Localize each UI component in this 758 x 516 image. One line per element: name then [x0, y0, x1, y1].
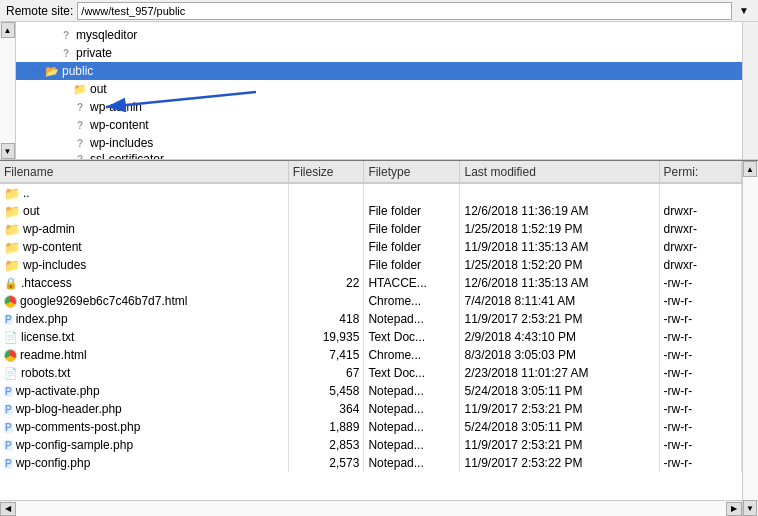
- file-size-cell: 67: [288, 364, 364, 382]
- file-size-cell: 364: [288, 400, 364, 418]
- file-name-label: wp-config-sample.php: [16, 438, 133, 452]
- tree-expander-wp-content[interactable]: [58, 118, 72, 132]
- file-type-cell: Notepad...: [364, 382, 460, 400]
- folder-question-icon: ?: [72, 152, 88, 159]
- file-scroll-down-btn[interactable]: ▼: [743, 500, 757, 516]
- tree-right-scrollbar[interactable]: [742, 22, 758, 159]
- file-table-header: Filename Filesize Filetype Last modified…: [0, 161, 742, 184]
- tree-vscrollbar[interactable]: ▲ ▼: [0, 22, 16, 159]
- file-modified-cell: 12/6/2018 11:35:13 AM: [460, 274, 659, 292]
- table-row[interactable]: readme.html7,415Chrome...8/3/2018 3:05:0…: [0, 346, 742, 364]
- file-perms-cell: -rw-r-: [659, 274, 741, 292]
- file-name-label: wp-blog-header.php: [16, 402, 122, 416]
- tree-scroll-down[interactable]: ▼: [1, 143, 15, 159]
- tree-expander-private[interactable]: [44, 46, 58, 60]
- file-size-cell: 5,458: [288, 382, 364, 400]
- file-table-body: 📁..📁outFile folder12/6/2018 11:36:19 AMd…: [0, 184, 742, 472]
- tree-item-private[interactable]: ? private: [16, 44, 742, 62]
- file-name-label: wp-activate.php: [16, 384, 100, 398]
- file-scroll-container[interactable]: 📁..📁outFile folder12/6/2018 11:36:19 AMd…: [0, 184, 742, 500]
- table-row[interactable]: Pwp-activate.php5,458Notepad...5/24/2018…: [0, 382, 742, 400]
- file-size-cell: 418: [288, 310, 364, 328]
- hscroll-right-btn[interactable]: ▶: [726, 502, 742, 516]
- hscroll-track[interactable]: [16, 501, 726, 516]
- col-header-lastmod[interactable]: Last modified: [460, 161, 659, 183]
- tree-item-public[interactable]: − 📂 public: [16, 62, 742, 80]
- tree-expander-wp-includes[interactable]: [58, 136, 72, 150]
- hscroll-left-btn[interactable]: ◀: [0, 502, 16, 516]
- file-name-label: ..: [23, 186, 30, 200]
- file-size-cell: [288, 238, 364, 256]
- tree-item-mysqleditor[interactable]: ? mysqleditor: [16, 26, 742, 44]
- table-row[interactable]: google9269eb6c7c46b7d7.htmlChrome...7/4/…: [0, 292, 742, 310]
- file-name-cell: Pwp-config-sample.php: [0, 436, 288, 454]
- table-row[interactable]: 📁wp-contentFile folder11/9/2018 11:35:13…: [0, 238, 742, 256]
- tree-scroll-up[interactable]: ▲: [1, 22, 15, 38]
- tree-expander-wp-admin[interactable]: [58, 100, 72, 114]
- tree-expander-ssl[interactable]: [58, 152, 72, 159]
- file-table: Filename Filesize Filetype Last modified…: [0, 161, 742, 184]
- file-size-cell: 19,935: [288, 328, 364, 346]
- tree-item-label: wp-admin: [90, 100, 142, 114]
- table-row[interactable]: 📁wp-includesFile folder1/25/2018 1:52:20…: [0, 256, 742, 274]
- tree-expander-public[interactable]: −: [30, 64, 44, 78]
- file-perms-cell: -rw-r-: [659, 292, 741, 310]
- file-name-cell: Pindex.php: [0, 310, 288, 328]
- file-scroll-up-btn[interactable]: ▲: [743, 161, 757, 177]
- file-type-cell: File folder: [364, 202, 460, 220]
- tree-item-ssl-certificator[interactable]: ? ssl-certificator: [16, 152, 742, 159]
- tree-item-out[interactable]: 📁 out: [16, 80, 742, 98]
- tree-item-label: mysqleditor: [76, 28, 137, 42]
- file-type-cell: Notepad...: [364, 400, 460, 418]
- file-name-cell: 📁wp-includes: [0, 256, 288, 274]
- file-list-panel: Filename Filesize Filetype Last modified…: [0, 161, 758, 516]
- file-modified-cell: 2/9/2018 4:43:10 PM: [460, 328, 659, 346]
- table-row[interactable]: 📁..: [0, 184, 742, 202]
- table-row[interactable]: Pwp-comments-post.php1,889Notepad...5/24…: [0, 418, 742, 436]
- table-row[interactable]: 📄robots.txt67Text Doc...2/23/2018 11:01:…: [0, 364, 742, 382]
- tree-item-wp-content[interactable]: ? wp-content: [16, 116, 742, 134]
- file-size-cell: 2,853: [288, 436, 364, 454]
- file-perms-cell: -rw-r-: [659, 364, 741, 382]
- table-row[interactable]: Pwp-config.php2,573Notepad...11/9/2017 2…: [0, 454, 742, 472]
- file-name-label: wp-content: [23, 240, 82, 254]
- folder-question-icon: ?: [72, 117, 88, 133]
- folder-question-icon: ?: [58, 27, 74, 43]
- col-header-filesize[interactable]: Filesize: [288, 161, 364, 183]
- tree-expander-mysqleditor[interactable]: [44, 28, 58, 42]
- col-header-filetype[interactable]: Filetype: [364, 161, 460, 183]
- remote-site-dropdown[interactable]: ▼: [736, 5, 752, 16]
- file-vscrollbar[interactable]: ▲ ▼: [742, 161, 758, 516]
- file-modified-cell: 11/9/2018 11:35:13 AM: [460, 238, 659, 256]
- tree-item-wp-includes[interactable]: ? wp-includes: [16, 134, 742, 152]
- tree-expander-out[interactable]: [58, 82, 72, 96]
- file-modified-cell: 7/4/2018 8:11:41 AM: [460, 292, 659, 310]
- col-header-perms[interactable]: Permi:: [659, 161, 741, 183]
- file-modified-cell: 11/9/2017 2:53:21 PM: [460, 310, 659, 328]
- file-name-cell: Pwp-blog-header.php: [0, 400, 288, 418]
- file-list: Filename Filesize Filetype Last modified…: [0, 161, 742, 516]
- file-type-cell: File folder: [364, 220, 460, 238]
- table-row[interactable]: Pindex.php418Notepad...11/9/2017 2:53:21…: [0, 310, 742, 328]
- folder-question-icon: ?: [58, 45, 74, 61]
- col-header-filename[interactable]: Filename: [0, 161, 288, 183]
- file-scroll-thumb-track: [743, 177, 758, 500]
- remote-site-input[interactable]: [77, 2, 732, 20]
- table-row[interactable]: 📄license.txt19,935Text Doc...2/9/2018 4:…: [0, 328, 742, 346]
- file-hscrollbar[interactable]: ◀ ▶: [0, 500, 742, 516]
- file-perms-cell: -rw-r-: [659, 310, 741, 328]
- file-type-cell: File folder: [364, 238, 460, 256]
- table-row[interactable]: Pwp-blog-header.php364Notepad...11/9/201…: [0, 400, 742, 418]
- file-name-cell: 📁wp-admin: [0, 220, 288, 238]
- file-type-cell: Chrome...: [364, 346, 460, 364]
- tree-item-label: private: [76, 46, 112, 60]
- table-row[interactable]: 🔒.htaccess22HTACCE...12/6/2018 11:35:13 …: [0, 274, 742, 292]
- folder-icon: 📁: [72, 81, 88, 97]
- file-type-cell: Text Doc...: [364, 328, 460, 346]
- tree-item-wp-admin[interactable]: ? wp-admin: [16, 98, 742, 116]
- table-row[interactable]: Pwp-config-sample.php2,853Notepad...11/9…: [0, 436, 742, 454]
- table-row[interactable]: 📁outFile folder12/6/2018 11:36:19 AMdrwx…: [0, 202, 742, 220]
- table-row[interactable]: 📁wp-adminFile folder1/25/2018 1:52:19 PM…: [0, 220, 742, 238]
- file-size-cell: 1,889: [288, 418, 364, 436]
- tree-item-label: wp-includes: [90, 136, 153, 150]
